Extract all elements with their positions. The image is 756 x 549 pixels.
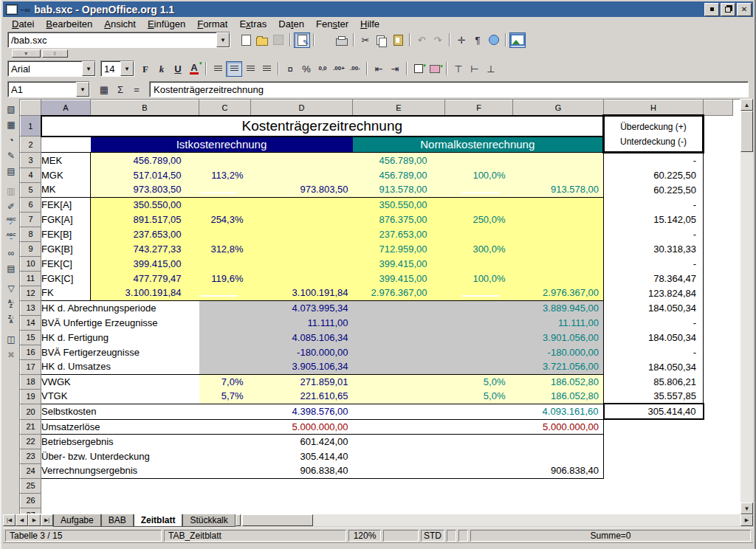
cell-I21[interactable] (704, 419, 733, 434)
cell-F12[interactable] (445, 286, 513, 300)
cell-C13[interactable] (199, 300, 251, 315)
cell-G7[interactable] (513, 212, 604, 227)
font-color-icon[interactable]: A▼ (186, 61, 202, 77)
cell-A23[interactable]: Über- bzw. Unterdeckung (41, 449, 199, 463)
cell-B8[interactable]: 237.653,00 (91, 227, 199, 241)
row-header-17[interactable]: 17 (21, 359, 41, 374)
cell-I3[interactable] (704, 153, 733, 168)
cell-D6[interactable] (251, 197, 353, 212)
row-header-22[interactable]: 22 (21, 434, 41, 449)
cell-D9[interactable] (251, 241, 353, 256)
menu-fenster[interactable]: Fenster (310, 18, 354, 30)
add-decimal-icon[interactable]: .00+ (331, 61, 347, 77)
row-header-20[interactable]: 20 (21, 404, 41, 419)
prev-sheet-button[interactable]: ◀ (16, 514, 28, 526)
align-left-icon[interactable] (210, 61, 226, 77)
cell-reference-box[interactable]: A1 ▼ (7, 81, 90, 97)
cell-G14[interactable]: 11.111,00 (513, 315, 604, 330)
row-header-7[interactable]: 7 (21, 212, 41, 227)
cell-E4[interactable]: 456.789,00 (353, 168, 445, 182)
menu-extras[interactable]: Extras (233, 18, 272, 30)
cell-G17[interactable]: 3.721.056,00 (513, 359, 604, 374)
cell-D19[interactable]: 221.610,65 (251, 389, 353, 404)
cell-H19[interactable]: 35.557,85 (604, 389, 704, 404)
cell-H15[interactable]: 184.050,34 (604, 330, 704, 345)
banner-normalkostenrechnung[interactable]: Normalkostenrechnung (353, 137, 604, 153)
column-header-G[interactable]: G (513, 100, 604, 116)
row-header-14[interactable]: 14 (21, 315, 41, 330)
menu-format[interactable]: Format (191, 18, 233, 30)
print-icon[interactable] (334, 32, 350, 48)
cell-F15[interactable] (445, 330, 513, 345)
cell-B9[interactable]: 743.277,33 (91, 241, 199, 256)
menu-ansicht[interactable]: Ansicht (98, 18, 142, 30)
cell-I12[interactable] (704, 286, 733, 300)
cell-B4[interactable]: 517.014,50 (91, 168, 199, 182)
stylist-icon[interactable]: ¶ (470, 32, 486, 48)
cell-F3[interactable] (445, 153, 513, 168)
cell-E6[interactable]: 350.550,00 (353, 197, 445, 212)
form-controls-icon[interactable]: ▤ (4, 164, 18, 178)
autofilter-icon[interactable]: ▽ (4, 281, 18, 295)
scroll-right-button[interactable]: ▶ (740, 514, 753, 526)
column-header-B[interactable]: B (91, 100, 199, 116)
cell-C22[interactable] (199, 434, 251, 449)
cell-F7[interactable]: 250,0% (445, 212, 513, 227)
data-sources-icon[interactable]: ▤ (4, 261, 18, 275)
cell-H13[interactable]: 184.050,34 (604, 300, 704, 315)
cell-E5[interactable]: 913.578,00 (353, 182, 445, 197)
cell-F5[interactable] (445, 182, 513, 197)
cell-D15[interactable]: 4.085.106,34 (251, 330, 353, 345)
cell-C23[interactable] (199, 449, 251, 463)
menu-einfgen[interactable]: Einfügen (142, 18, 191, 30)
autospellcheck-icon[interactable]: ABC~ (4, 230, 18, 244)
cell-A13[interactable]: HK d. Abrechnungsperiode (41, 300, 199, 315)
close-button[interactable]: ✕ (737, 3, 752, 16)
cell-E23[interactable] (353, 449, 445, 463)
cell-A20[interactable]: Selbstkosten (41, 404, 199, 419)
cell-A10[interactable]: FEK[C] (41, 256, 91, 271)
standard-format-icon[interactable]: 0,0 (315, 61, 331, 77)
cell-G4[interactable] (513, 168, 604, 182)
window-icon[interactable] (6, 4, 18, 15)
background-color-icon[interactable]: ▼ (427, 61, 443, 77)
row-header-2[interactable]: 2 (21, 137, 41, 153)
cell-C15[interactable] (199, 330, 251, 345)
cell-H10[interactable]: - (604, 256, 704, 271)
cell-H3[interactable]: - (604, 153, 704, 168)
cell-C20[interactable] (199, 404, 251, 419)
increase-indent-icon[interactable]: ⇥ (387, 61, 403, 77)
next-sheet-button[interactable]: ▶ (28, 514, 41, 526)
cell-H14[interactable]: - (604, 315, 704, 330)
cell-E21[interactable] (353, 419, 445, 434)
cell-D12[interactable]: 3.100.191,84 (251, 286, 353, 300)
collapsed-toolbar-2[interactable]: ∷ ◊ ∷ (42, 49, 68, 58)
cell-A6[interactable]: FEK[A] (41, 197, 91, 212)
cell-D5[interactable]: 973.803,50 (251, 182, 353, 197)
cell-A9[interactable]: FGK[B] (41, 241, 91, 256)
cell-D3[interactable] (251, 153, 353, 168)
row-header-5[interactable]: 5 (21, 182, 41, 197)
sort-descending-icon[interactable]: Z↓A (4, 312, 18, 326)
cell-D17[interactable]: 3.905.106,34 (251, 359, 353, 374)
align-bottom-icon[interactable]: ⊥ (483, 61, 499, 77)
cell-I18[interactable] (704, 374, 733, 389)
pin-icon[interactable]: −∞ (20, 5, 30, 14)
column-header-F[interactable]: F (445, 100, 513, 116)
cell-A3[interactable]: MEK (41, 153, 91, 168)
row-header-6[interactable]: 6 (21, 197, 41, 212)
cell-B6[interactable]: 350.550,00 (91, 197, 199, 212)
find-replace-icon[interactable]: ∞ (4, 246, 18, 260)
cell-F24[interactable] (445, 463, 513, 478)
vertical-scroll-thumb[interactable] (740, 111, 753, 152)
cell-F6[interactable] (445, 197, 513, 212)
cell-D23[interactable]: 305.414,40 (251, 449, 353, 463)
cell-H21[interactable] (604, 419, 704, 434)
cell-I11[interactable] (704, 271, 733, 286)
cell-C21[interactable] (199, 419, 251, 434)
cell-G20[interactable]: 4.093.161,60 (513, 404, 604, 419)
cell-D24[interactable]: 906.838,40 (251, 463, 353, 478)
url-dropdown-icon[interactable]: ▼ (216, 32, 230, 47)
cell-A24[interactable]: Verrechnungsergebnis (41, 463, 199, 478)
column-header-C[interactable]: C (199, 100, 251, 116)
